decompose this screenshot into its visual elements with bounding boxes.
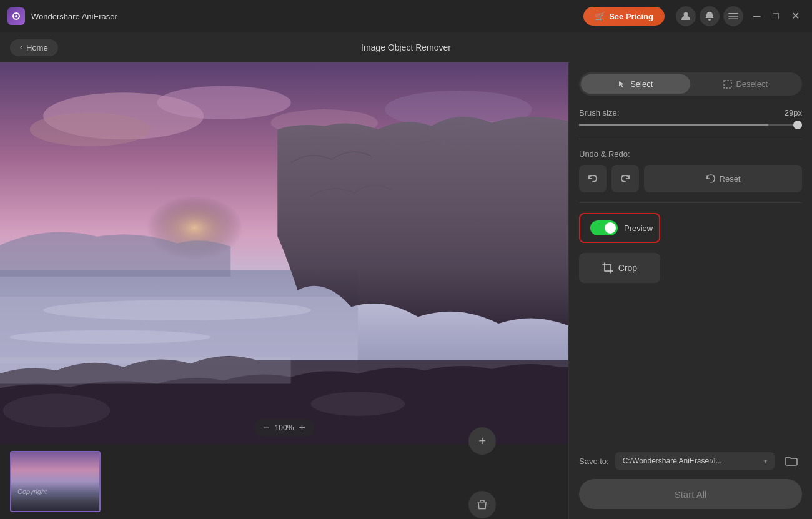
svg-point-1	[15, 15, 17, 17]
svg-rect-17	[0, 297, 358, 363]
add-image-button[interactable]: +	[468, 427, 496, 455]
preview-toggle-box: Preview	[579, 213, 660, 243]
undo-redo-label: Undo & Redo:	[579, 149, 802, 159]
save-to-label: Save to:	[579, 457, 609, 466]
preview-toggle[interactable]	[590, 220, 618, 235]
thumbnail-image	[11, 452, 99, 511]
svg-point-20	[311, 392, 405, 416]
brush-size-value: 29px	[785, 108, 802, 117]
zoom-controls: − 100% +	[254, 419, 314, 437]
select-button[interactable]: Select	[581, 74, 690, 94]
see-pricing-button[interactable]: 🛒 See Pricing	[583, 7, 665, 26]
svg-point-9	[30, 112, 151, 146]
nav-bar: ‹ Home Image Object Remover	[0, 32, 812, 62]
image-viewport[interactable]: − 100% +	[0, 62, 568, 444]
close-button[interactable]: ✕	[786, 9, 805, 24]
divider-2	[579, 202, 802, 203]
brush-size-label: Brush size:	[579, 108, 619, 117]
thumbnail-item[interactable]: Copyright	[10, 451, 101, 512]
reset-button[interactable]: Reset	[644, 165, 802, 192]
svg-point-10	[157, 86, 290, 120]
brush-slider[interactable]	[579, 124, 802, 126]
right-panel: Select Deselect Brush size: 29px	[568, 62, 812, 519]
preview-label: Preview	[624, 224, 653, 233]
chevron-down-icon: ▾	[764, 458, 767, 465]
window-controls: ─ □ ✕	[748, 9, 805, 24]
preview-section: Preview	[579, 213, 802, 243]
thumbnail-copyright: Copyright	[17, 488, 47, 495]
app-title: Wondershare AniEraser	[31, 12, 117, 21]
undo-button[interactable]	[579, 165, 607, 192]
select-deselect-toggle: Select Deselect	[579, 72, 802, 96]
svg-rect-21	[0, 357, 291, 384]
start-all-button[interactable]: Start All	[579, 479, 802, 509]
crop-button[interactable]: Crop	[579, 253, 660, 283]
brush-size-section: Brush size: 29px	[579, 106, 802, 129]
chevron-left-icon: ‹	[20, 43, 22, 52]
svg-rect-5	[728, 19, 738, 20]
page-title: Image Object Remover	[361, 42, 451, 52]
svg-rect-3	[728, 13, 738, 14]
save-path-select[interactable]: C:/Wondershare AniEraser/I... ▾	[615, 452, 775, 470]
folder-button[interactable]	[781, 450, 802, 472]
main-content: − 100% + Copyright +	[0, 62, 812, 519]
save-section: Save to: C:/Wondershare AniEraser/I... ▾…	[579, 450, 802, 509]
redo-button[interactable]	[611, 165, 639, 192]
svg-rect-22	[477, 502, 487, 503]
delete-image-button[interactable]	[468, 491, 496, 518]
undo-redo-section: Undo & Redo:	[579, 149, 802, 192]
deselect-button[interactable]: Deselect	[691, 74, 801, 94]
cart-icon: 🛒	[595, 11, 605, 21]
user-avatar-icon[interactable]	[676, 6, 696, 26]
brush-label-row: Brush size: 29px	[579, 108, 802, 117]
thumbnail-strip: Copyright +	[0, 444, 568, 519]
divider-1	[579, 139, 802, 139]
notification-icon[interactable]	[700, 6, 720, 26]
main-image[interactable]	[0, 62, 568, 444]
strip-action-buttons: +	[531, 451, 558, 512]
zoom-level: 100%	[275, 423, 294, 432]
undo-redo-row: Reset	[579, 165, 802, 192]
canvas-area: − 100% + Copyright +	[0, 62, 568, 519]
title-bar: Wondershare AniEraser 🛒 See Pricing ─ □ …	[0, 0, 812, 32]
menu-icon[interactable]	[723, 6, 743, 26]
app-logo	[7, 7, 25, 25]
svg-point-19	[124, 410, 257, 437]
minimize-button[interactable]: ─	[748, 9, 765, 24]
maximize-button[interactable]: □	[768, 9, 784, 24]
svg-rect-4	[728, 16, 738, 17]
svg-point-18	[3, 394, 111, 428]
zoom-out-button[interactable]: −	[263, 422, 270, 433]
home-button[interactable]: ‹ Home	[10, 39, 58, 56]
zoom-in-button[interactable]: +	[299, 422, 305, 433]
save-to-row: Save to: C:/Wondershare AniEraser/I... ▾	[579, 450, 802, 472]
